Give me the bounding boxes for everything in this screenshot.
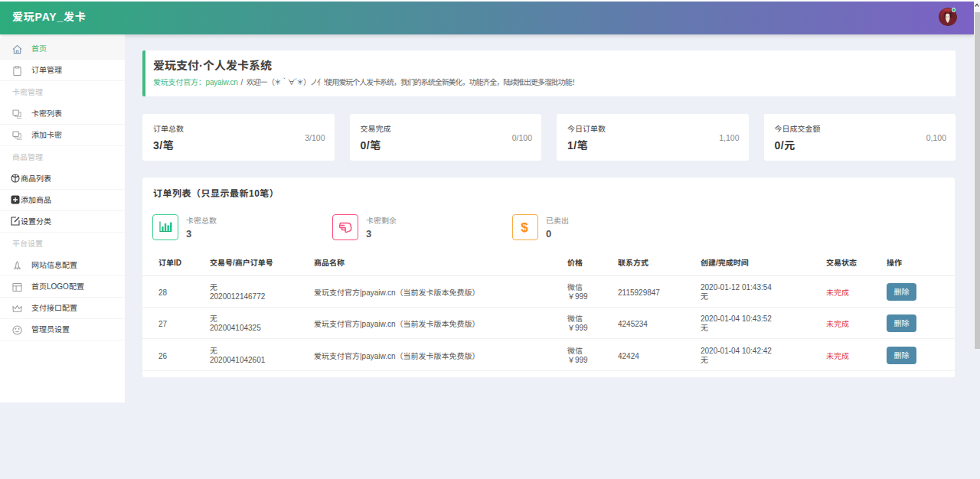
svg-text:$: $: [521, 220, 528, 235]
